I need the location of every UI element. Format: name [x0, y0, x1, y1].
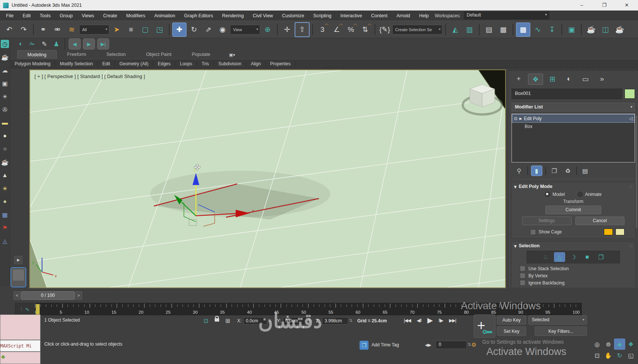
selection-checkbox-row[interactable]: Ignore Backfacing [512, 278, 635, 286]
minimize-button[interactable]: – [570, 0, 593, 11]
commit-button[interactable]: Commit [545, 206, 601, 214]
selection-set-dropdown[interactable]: Selected ▾ [528, 315, 587, 325]
time-slider-next-button[interactable]: > [75, 291, 82, 300]
menu-item[interactable]: Help [415, 13, 433, 18]
frame-spinner[interactable]: ⇅ [468, 342, 471, 347]
mini-curve-editor-button[interactable]: ⋮ ∿ [15, 303, 34, 315]
show-cage-checkbox[interactable] [530, 229, 536, 235]
material-editor-icon[interactable]: ▣ [565, 23, 578, 36]
x-spinner[interactable]: ⇅ [268, 318, 271, 323]
absolute-mode-icon[interactable]: ⊞ [224, 317, 232, 325]
y-coordinate-field[interactable]: 0.0cm [283, 317, 307, 325]
use-pivot-center-icon[interactable]: ⊕ [261, 23, 274, 36]
sim-step-icon[interactable]: ▶| [97, 38, 109, 50]
go-end-button[interactable]: ▶▶| [448, 317, 458, 324]
panel-scrollbar[interactable] [636, 116, 637, 228]
wire-teapot-icon[interactable]: ☕ [1, 158, 9, 166]
time-slider[interactable]: 0 / 100 [21, 291, 75, 300]
create-tab[interactable]: + [512, 74, 526, 84]
align-icon[interactable]: ▥ [463, 23, 476, 36]
edge-icon[interactable]: △ [554, 252, 565, 262]
undo-icon[interactable]: ↶ [3, 23, 16, 36]
polygon-icon[interactable]: ■ [582, 252, 593, 262]
sim-prev-icon[interactable]: ◀ [69, 38, 81, 50]
zoom-extents-icon[interactable]: ◈ [614, 338, 625, 350]
select-move-icon[interactable]: ✚ [172, 23, 187, 37]
next-frame-button[interactable]: ‖▶ [437, 317, 444, 324]
object-name-field[interactable]: Box001 [512, 89, 622, 99]
more-tabs-button[interactable]: » [595, 74, 609, 84]
menu-item[interactable]: Civil View [248, 13, 277, 18]
select-object-icon[interactable]: ➤ [110, 23, 123, 36]
time-config-icon[interactable]: ◷ [1, 40, 9, 48]
bind-spacewarp-icon[interactable]: ≋ [65, 23, 78, 36]
mirror-icon[interactable]: ◭ [448, 23, 462, 36]
cage-color-swatch[interactable] [604, 229, 613, 235]
net-icon[interactable]: ▦ [1, 211, 9, 219]
set-keys-button[interactable]: + [474, 314, 495, 338]
ribbon-panel[interactable]: Subdivision [214, 61, 246, 66]
camera-icon[interactable]: ✇ [1, 105, 9, 114]
redo-icon[interactable]: ↷ [17, 23, 30, 36]
menu-item[interactable]: Rendering [218, 13, 248, 18]
ribbon-toggle-icon[interactable]: ▩ [516, 23, 530, 37]
pin-stack-icon[interactable]: ⚲ [514, 166, 524, 176]
ribbon-panel[interactable]: Geometry (All) [115, 61, 153, 66]
sphere-icon[interactable]: ● [1, 197, 9, 206]
motion-tab[interactable]: ◐ [562, 74, 576, 84]
spinner-snap-icon[interactable]: ⇅ [358, 23, 372, 36]
add-time-tag[interactable]: Add Time Tag [372, 342, 399, 347]
perspective-viewport[interactable]: z x x [29, 69, 506, 288]
ribbon-tab[interactable]: Object Paint [136, 50, 181, 59]
menu-item[interactable]: Group [55, 13, 77, 18]
set-key-button[interactable]: Set Key [497, 326, 526, 336]
populate-tool-icon[interactable]: ♟ [51, 39, 62, 49]
remove-modifier-icon[interactable]: ♻ [563, 166, 573, 176]
named-selection-sets-icon[interactable]: {✎} [378, 23, 391, 36]
rollout-header[interactable]: ▾ Selection ∷ [512, 242, 635, 250]
time-slider-handle[interactable] [36, 304, 40, 315]
menu-item[interactable]: Arnold [392, 13, 415, 18]
x-coordinate-field[interactable]: 0.0cm [243, 317, 267, 325]
menu-item[interactable]: Interactive [336, 13, 367, 18]
cage-selected-color-swatch[interactable] [615, 229, 624, 235]
ribbon-panel[interactable]: Edit [98, 61, 115, 66]
menu-item[interactable]: Scripting [308, 13, 336, 18]
show-end-result-icon[interactable]: ▮ [531, 165, 542, 176]
time-tag-cube-icon[interactable]: ❒ [360, 341, 369, 350]
key-filters-button[interactable]: Key Filters... [535, 326, 587, 336]
zoom-all-icon[interactable]: ⊚ [603, 338, 614, 350]
viewport-label[interactable]: [ + ] [ Perspective ] [ Standard ] [ Def… [35, 74, 145, 79]
vertex-icon[interactable]: ∴ [540, 252, 551, 262]
restore-button[interactable]: ❐ [593, 0, 615, 11]
stack-toggle-icon[interactable]: ◁ [629, 116, 633, 121]
render-setup-icon[interactable]: ☕ [584, 23, 598, 36]
keyboard-override-icon[interactable]: ⇧ [295, 22, 310, 37]
element-icon[interactable]: ❒ [596, 252, 607, 262]
display-tab[interactable]: ▭ [578, 74, 593, 84]
cloud-icon[interactable]: ☁ [1, 66, 9, 74]
checkbox[interactable] [520, 266, 525, 271]
ribbon-config-dropdown[interactable]: ▣▾ [226, 51, 238, 59]
select-rotate-icon[interactable]: ↻ [187, 23, 201, 36]
cancel-button[interactable]: Cancel [575, 217, 625, 225]
mountain-icon[interactable]: ▲ [1, 171, 9, 179]
maximize-viewport-icon[interactable]: ◱ [625, 350, 636, 361]
current-frame-field[interactable]: 0 [435, 341, 467, 349]
select-place-icon[interactable]: ◉ [216, 23, 229, 36]
curve-editor-icon[interactable]: ∿ [531, 23, 545, 36]
hierarchy-tab[interactable]: ⊞ [545, 74, 560, 84]
viewport-layout-button[interactable] [11, 267, 26, 287]
ribbon-panel[interactable]: Polygon Modeling [10, 61, 55, 66]
play-button[interactable]: ▶ [426, 316, 434, 325]
selection-lock-icon[interactable] [215, 318, 219, 322]
expand-arrow-icon[interactable]: ▶ [519, 117, 522, 120]
snap-3d-icon[interactable]: 3 [316, 23, 329, 36]
maxscript-listener-row[interactable] [0, 352, 41, 364]
ref-coord-dropdown[interactable]: View [230, 25, 260, 35]
viewport-canvas[interactable]: z x x [30, 70, 505, 287]
ribbon-panel[interactable]: Tris [197, 61, 214, 66]
material-slot-blob-icon[interactable]: ● [1, 132, 9, 140]
animate-radio[interactable]: Animate [578, 192, 602, 197]
orbit-icon[interactable]: ↻ [614, 350, 625, 361]
